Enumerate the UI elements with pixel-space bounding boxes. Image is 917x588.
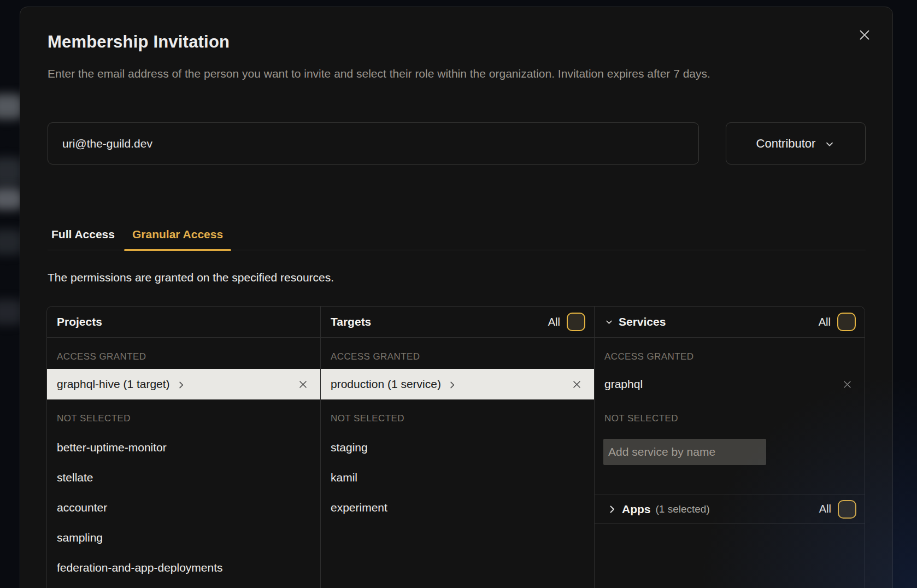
remove-project-icon[interactable] xyxy=(298,379,308,390)
services-section: ACCESS GRANTED graphql NOT SELECTED xyxy=(595,352,865,495)
targets-all-label: All xyxy=(548,316,560,328)
access-granted-label: ACCESS GRANTED xyxy=(57,352,310,361)
chevron-down-icon xyxy=(604,317,614,327)
services-column-header[interactable]: Services All xyxy=(595,307,865,338)
granted-service-row[interactable]: graphql xyxy=(595,369,865,399)
chevron-right-icon xyxy=(608,505,616,514)
projects-header-label: Projects xyxy=(57,315,102,328)
close-icon xyxy=(857,28,872,42)
services-all-group: All xyxy=(819,313,856,331)
permissions-note: The permissions are granted on the speci… xyxy=(48,271,334,284)
target-item[interactable]: experiment xyxy=(321,492,594,522)
access-granted-label: ACCESS GRANTED xyxy=(604,352,855,361)
membership-invitation-dialog: Membership Invitation Enter the email ad… xyxy=(20,7,893,588)
resources-table: Projects ACCESS GRANTED graphql-hive (1 … xyxy=(46,306,865,588)
targets-column-header: Targets All xyxy=(321,307,594,338)
access-tabs: Full Access Granular Access xyxy=(48,225,866,250)
projects-not-selected-list: better-uptime-monitor stellate accounter… xyxy=(47,432,320,583)
apps-all-group: All xyxy=(819,500,856,519)
services-header-label: Services xyxy=(619,315,666,328)
tab-granular-access[interactable]: Granular Access xyxy=(124,225,231,250)
services-all-checkbox[interactable] xyxy=(837,313,856,331)
apps-row[interactable]: Apps (1 selected) All xyxy=(595,495,865,524)
role-select[interactable]: Contributor xyxy=(726,122,866,164)
target-item[interactable]: staging xyxy=(321,432,594,462)
targets-not-selected-list: staging kamil experiment xyxy=(321,432,594,522)
target-item[interactable]: kamil xyxy=(321,462,594,492)
granted-target-row[interactable]: production (1 service) xyxy=(321,369,594,399)
project-item[interactable]: federation-and-app-deployments xyxy=(47,552,320,583)
projects-column-header: Projects xyxy=(47,307,320,338)
access-granted-label: ACCESS GRANTED xyxy=(331,352,584,361)
add-service-input[interactable] xyxy=(603,439,766,465)
targets-header-label: Targets xyxy=(331,315,371,328)
apps-selected-count: (1 selected) xyxy=(656,503,710,515)
project-item[interactable]: better-uptime-monitor xyxy=(47,432,320,462)
targets-column: Targets All ACCESS GRANTED production (1… xyxy=(320,307,594,588)
services-column: Services All ACCESS GRANTED graphql NOT … xyxy=(594,307,865,588)
not-selected-label: NOT SELECTED xyxy=(331,414,584,423)
not-selected-label: NOT SELECTED xyxy=(604,414,855,423)
targets-all-group: All xyxy=(548,313,585,331)
granted-project-row[interactable]: graphql-hive (1 target) xyxy=(47,369,320,399)
apps-all-label: All xyxy=(819,503,831,515)
targets-all-checkbox[interactable] xyxy=(567,313,585,331)
services-all-label: All xyxy=(819,316,831,328)
chevron-down-icon xyxy=(824,139,835,150)
project-item[interactable]: sampling xyxy=(47,522,320,552)
apps-all-checkbox[interactable] xyxy=(838,500,856,519)
project-item[interactable]: accounter xyxy=(47,492,320,522)
role-select-value: Contributor xyxy=(756,137,816,151)
granted-project-label: graphql-hive (1 target) xyxy=(57,378,170,391)
invite-email-input[interactable] xyxy=(48,122,699,164)
tab-full-access[interactable]: Full Access xyxy=(43,225,123,250)
close-button[interactable] xyxy=(856,27,873,43)
granted-target-label: production (1 service) xyxy=(331,378,441,391)
chevron-right-icon xyxy=(177,381,185,389)
chevron-right-icon xyxy=(448,381,456,389)
remove-target-icon[interactable] xyxy=(572,379,582,390)
dialog-description: Enter the email address of the person yo… xyxy=(48,64,824,83)
not-selected-label: NOT SELECTED xyxy=(57,414,310,423)
apps-header-label: Apps xyxy=(622,503,651,516)
projects-column: Projects ACCESS GRANTED graphql-hive (1 … xyxy=(47,307,320,588)
dialog-title: Membership Invitation xyxy=(48,32,230,52)
remove-service-icon[interactable] xyxy=(842,379,853,390)
project-item[interactable]: stellate xyxy=(47,462,320,492)
granted-service-label: graphql xyxy=(604,378,643,391)
